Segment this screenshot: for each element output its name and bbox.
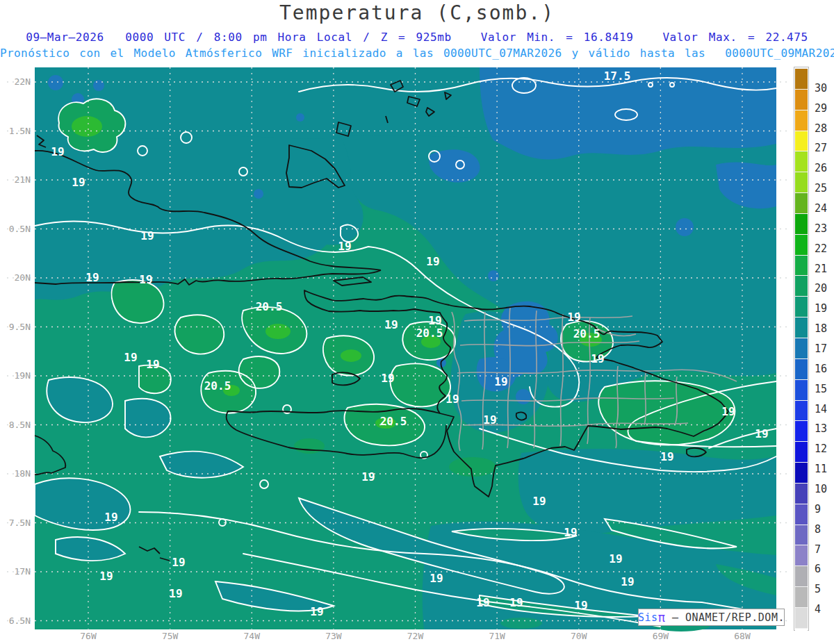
- contour-label: 19: [139, 273, 152, 286]
- lon-axis-label: 74W: [236, 631, 267, 641]
- colorbar-segment: [795, 628, 808, 644]
- temperature-map: 17.5191919191919191919191919191919191919…: [35, 67, 776, 629]
- colorbar-segment: [795, 483, 808, 504]
- weather-map-page: Temperatura (C,somb.) 09–Mar–2026 0000 U…: [0, 0, 834, 644]
- colorbar-segment: [795, 110, 808, 131]
- colorbar-segment: [795, 545, 808, 565]
- lon-axis-label: 75W: [155, 631, 186, 641]
- lon-axis-label: 76W: [73, 631, 104, 641]
- colorbar-segment: [795, 68, 808, 89]
- contour-label: 19: [381, 372, 394, 385]
- colorbar-tick-label: 12: [815, 443, 834, 455]
- colorbar-tick-label: 14: [815, 403, 834, 415]
- contour-label: 19: [361, 470, 375, 484]
- contour-label: 17.5: [604, 69, 631, 83]
- colorbar-tick-label: 20: [815, 282, 834, 295]
- lat-axis-label: 7.5N: [0, 518, 31, 528]
- colorbar-tick-label: 6: [815, 563, 834, 575]
- colorbar-segment: [795, 607, 808, 628]
- colorbar-segment: [795, 89, 808, 110]
- contour-label: 19: [509, 596, 523, 609]
- contour-label: 19: [85, 271, 99, 284]
- contour-label: 19: [564, 526, 577, 539]
- contour-label: 20.5: [204, 379, 231, 393]
- lat-axis-label: 1.5N: [0, 126, 31, 136]
- lat-axis-label: 18N: [0, 468, 31, 479]
- sispi-logo-pi-icon: π: [658, 611, 666, 625]
- valid-time-text: 09–Mar–2026 0000 UTC / 8:00 pm Hora Loca…: [26, 31, 452, 44]
- contour-label: 19: [172, 556, 185, 569]
- colorbar-segment: [795, 296, 808, 317]
- colorbar-tick-label: 11: [815, 463, 834, 475]
- contour-label: 20.5: [416, 327, 443, 340]
- colorbar-segment: [795, 525, 808, 545]
- lat-axis-label: 20N: [0, 272, 31, 283]
- valor-min-text: Valor Min. = 16.8419: [481, 31, 634, 44]
- colorbar-tick-label: 15: [815, 383, 834, 395]
- lon-axis-label: 73W: [318, 631, 349, 641]
- temperature-colorbar: [794, 67, 809, 631]
- contour-label: 19: [124, 351, 137, 364]
- colorbar-tick-label: 28: [815, 122, 834, 135]
- contour-label: 20.5: [380, 415, 407, 428]
- page-title: Temperatura (C,somb.): [0, 1, 834, 24]
- lat-axis-label: 17N: [0, 566, 31, 577]
- contour-label: 19: [574, 599, 587, 612]
- colorbar-segment: [795, 338, 808, 358]
- colorbar-tick-label: 27: [815, 142, 834, 154]
- lat-axis-label: 21N: [0, 174, 31, 185]
- lat-axis-label: 22N: [0, 76, 31, 87]
- colorbar-segment: [795, 420, 808, 441]
- contour-label: 19: [483, 413, 496, 427]
- branding-org-label: – ONAMET/REP.DOM.: [665, 611, 785, 624]
- colorbar-tick-label: 18: [815, 322, 834, 335]
- contour-label: 19: [591, 352, 604, 365]
- contour-label: 19: [338, 240, 351, 253]
- contour-label: 19: [51, 145, 64, 158]
- colorbar-segment: [795, 400, 808, 421]
- contour-label: 19: [72, 176, 85, 189]
- contour-label: 19: [721, 405, 735, 418]
- colorbar-tick-label: 25: [815, 182, 834, 195]
- contour-label: 19: [428, 314, 441, 327]
- colorbar-tick-label: 10: [815, 483, 834, 495]
- colorbar-segment: [795, 586, 808, 607]
- colorbar-tick-label: 23: [815, 222, 834, 235]
- contour-label: 19: [660, 450, 673, 463]
- subtitle-model-info: Pronóstico con el Modelo Atmósferico WRF…: [0, 47, 834, 60]
- colorbar-tick-label: 29: [815, 102, 834, 115]
- colorbar-segment: [795, 317, 808, 338]
- lat-axis-label: 6.5N: [0, 616, 31, 626]
- contour-label: 19: [146, 358, 159, 371]
- colorbar-segment: [795, 275, 808, 296]
- colorbar-tick-label: 30: [815, 82, 834, 94]
- colorbar-tick-label: 13: [815, 422, 834, 435]
- contour-label: 19: [445, 393, 459, 406]
- contour-label: 19: [310, 605, 323, 618]
- contour-label: 19: [609, 552, 622, 565]
- contour-label: 19: [621, 575, 634, 588]
- colorbar-tick-label: 24: [815, 202, 834, 215]
- contour-label: 19: [430, 572, 443, 585]
- contour-label: 19: [494, 375, 507, 388]
- contour-label: 19: [567, 311, 580, 324]
- lon-axis-label: 70W: [564, 631, 594, 641]
- colorbar-tick-label: 7: [815, 543, 834, 556]
- colorbar-segment: [795, 358, 808, 379]
- colorbar-tick-label: 9: [815, 503, 834, 515]
- contour-label: 19: [104, 511, 117, 524]
- map-area: 17.5191919191919191919191919191919191919…: [35, 67, 776, 629]
- colorbar-segment: [795, 504, 808, 525]
- colorbar-tick-label: 19: [815, 302, 834, 315]
- lat-axis-label: 9.5N: [0, 322, 31, 332]
- contour-label: 19: [140, 229, 154, 242]
- contour-label: 19: [169, 587, 182, 600]
- subtitle-valid-time: 09–Mar–2026 0000 UTC / 8:00 pm Hora Loca…: [0, 31, 834, 44]
- colorbar-tick-label: 22: [815, 242, 834, 255]
- colorbar-tick-label: 8: [815, 523, 834, 536]
- contour-label: 19: [426, 255, 439, 268]
- branding-box: Sisπ – ONAMET/REP.DOM.: [638, 609, 785, 626]
- lon-axis-label: 68W: [727, 631, 758, 641]
- lat-axis-label: 0.5N: [0, 224, 31, 234]
- colorbar-tick-label: 4: [815, 603, 834, 616]
